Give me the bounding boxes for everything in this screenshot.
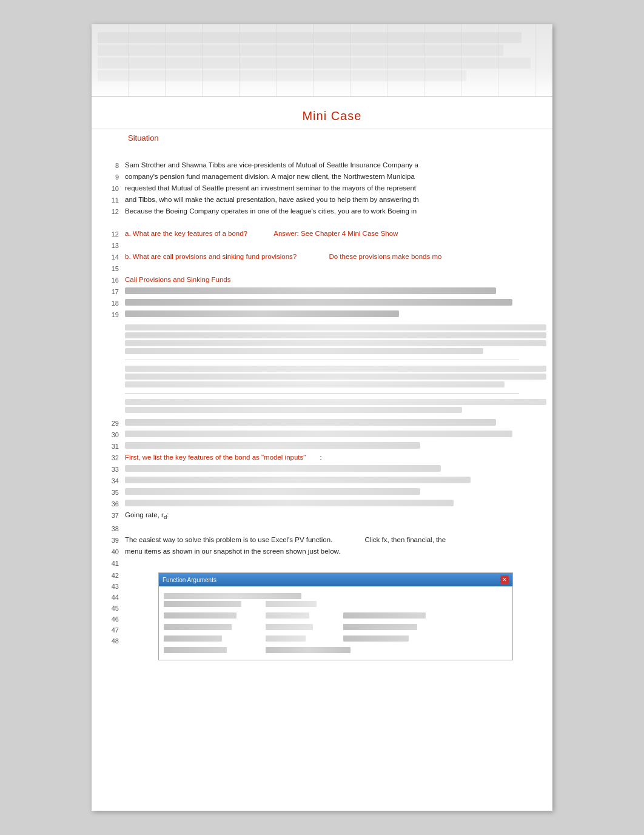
line-row-40: 40 menu items as shown in our snapshot i… (92, 546, 552, 557)
blurred-block-20-28 (92, 323, 552, 415)
line-num-29: 29 (92, 417, 125, 429)
line-content-35 (125, 486, 552, 495)
key-features-colon: : (320, 454, 322, 461)
line-content-31 (125, 440, 552, 449)
line-content-10: requested that Mutual of Seattle present… (125, 183, 552, 193)
line-row-8: 8 Sam Strother and Shawna Tibbs are vice… (92, 159, 552, 171)
line-num-34: 34 (92, 475, 125, 486)
line-content-19 (125, 309, 552, 317)
excel-row-4 (164, 635, 508, 642)
line-row-31: 31 (92, 440, 552, 452)
excel-body (159, 586, 512, 660)
line-content-39: The easiest way to solve this problem is… (125, 534, 552, 545)
line-row-17: 17 (92, 286, 552, 297)
excel-window: Function Arguments ✕ (158, 572, 513, 660)
spacer-line-pre12a (92, 217, 552, 228)
line-num-33: 33 (92, 463, 125, 475)
excel-row-1 (164, 601, 508, 607)
line-content-14: b. What are call provisions and sinking … (125, 251, 552, 262)
line-row-14: 14 b. What are call provisions and sinki… (92, 251, 552, 263)
line-content-16: Call Provisions and Sinking Funds (125, 274, 552, 285)
chapter-title-area: Mini Case (92, 97, 552, 129)
pv-text: The easiest way to solve this problem is… (125, 536, 332, 543)
question-a-text: a. What are the key features of a bond? (125, 230, 247, 237)
line-num-14: 14 (92, 251, 125, 263)
chapter-title: Mini Case (283, 109, 362, 122)
line-num-37: 37 (92, 509, 125, 521)
content-area: 8 Sam Strother and Shawna Tibbs are vice… (92, 145, 552, 668)
excel-title-bar: Function Arguments ✕ (159, 573, 512, 586)
call-provisions-text: Call Provisions and Sinking Funds (125, 276, 231, 283)
line-row-33: 33 (92, 463, 552, 475)
line-num-16: 16 (92, 274, 125, 286)
line-row-37: 37 Going rate, rd: (92, 509, 552, 523)
excel-screenshot-container: Function Arguments ✕ (125, 570, 552, 663)
line-num-36: 36 (92, 498, 125, 509)
line-num-8: 8 (92, 159, 125, 171)
line-row-10: 10 requested that Mutual of Seattle pres… (92, 183, 552, 194)
line-row-39: 39 The easiest way to solve this problem… (92, 534, 552, 546)
line-row-13: 13 (92, 240, 552, 251)
line-row-18: 18 (92, 297, 552, 309)
blur-section-row3 (92, 397, 552, 415)
line-row-9: 9 company's pension fund management divi… (92, 171, 552, 183)
line-content-32: First, we list the key features of the b… (125, 452, 552, 463)
line-content-33 (125, 463, 552, 472)
line-row-11: 11 and Tibbs, who will make the actual p… (92, 194, 552, 206)
line-row-41: 41 (92, 557, 552, 569)
line-content-34 (125, 475, 552, 483)
line-row-19: 19 (92, 309, 552, 320)
excel-row-5 (164, 647, 508, 653)
line-num-12: 12 (92, 206, 125, 217)
excel-row-3 (164, 624, 508, 630)
line-content-12: Because the Boeing Company operates in o… (125, 206, 552, 216)
line-content-11: and Tibbs, who will make the actual pres… (125, 194, 552, 205)
excel-area-row: 42 43 44 45 46 47 48 Function Arguments … (92, 570, 552, 663)
line-content-17 (125, 286, 552, 294)
line-num-12a: 12 (92, 228, 125, 240)
line-row-36: 36 (92, 498, 552, 509)
line-row-15: 15 (92, 263, 552, 274)
line-num-17: 17 (92, 286, 125, 297)
line-num-40: 40 (92, 546, 125, 557)
line-content-18 (125, 297, 552, 306)
header-blur-area (92, 24, 552, 97)
line-num-38: 38 (92, 523, 125, 534)
line-content-9: company's pension fund management divisi… (125, 171, 552, 182)
going-rate-colon: : (167, 511, 169, 518)
line-content-29 (125, 417, 552, 426)
question-b-text: b. What are call provisions and sinking … (125, 253, 297, 260)
question-a-answer: Answer: See Chapter 4 Mini Case Show (273, 230, 398, 237)
excel-row-2 (164, 612, 508, 619)
situation-label: Situation (92, 129, 552, 145)
excel-title-text: Function Arguments (163, 577, 216, 583)
line-row-12a: 12 a. What are the key features of a bon… (92, 228, 552, 240)
line-num-19: 19 (92, 309, 125, 320)
line-num-10: 10 (92, 183, 125, 194)
line-num-30: 30 (92, 429, 125, 440)
line-row-29: 29 (92, 417, 552, 429)
line-row-30: 30 (92, 429, 552, 440)
going-rate-text: Going rate, r (125, 511, 164, 518)
blur-section-row (92, 323, 552, 356)
pv-answer: Click fx, then financial, the (364, 536, 446, 543)
line-row-34: 34 (92, 475, 552, 486)
line-num-13: 13 (92, 240, 125, 251)
line-content-8: Sam Strother and Shawna Tibbs are vice-p… (125, 159, 552, 170)
question-b-answer: Do these provisions make bonds mo (329, 253, 441, 260)
blur-section-row2 (92, 364, 552, 389)
mini-case-label: Mini Case (302, 109, 361, 122)
line-row-16: 16 Call Provisions and Sinking Funds (92, 274, 552, 286)
line-num-18: 18 (92, 297, 125, 309)
line-row-35: 35 (92, 486, 552, 498)
line-row-38: 38 (92, 523, 552, 534)
line-content-12a: a. What are the key features of a bond? … (125, 228, 552, 239)
line-row-12: 12 Because the Boeing Company operates i… (92, 206, 552, 217)
spacer-line (92, 149, 552, 159)
line-num-11: 11 (92, 194, 125, 206)
excel-close-button[interactable]: ✕ (500, 575, 509, 584)
line-content-36 (125, 498, 552, 506)
line-num-39: 39 (92, 534, 125, 546)
line-num-31: 31 (92, 440, 125, 452)
line-content-37: Going rate, rd: (125, 509, 552, 523)
